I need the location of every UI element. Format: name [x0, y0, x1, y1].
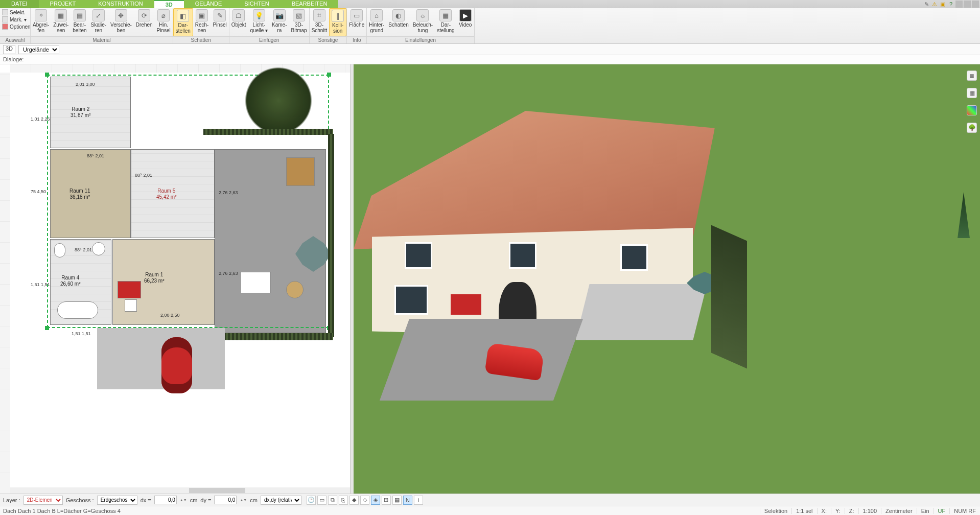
3d-view[interactable]: ≣ ▦ 🌳 [354, 64, 980, 494]
pencil-icon[interactable]: ✎ [923, 1, 930, 8]
zuweisen-button[interactable]: ▦Zuwei- sen [51, 8, 71, 36]
floor-plan[interactable]: 1,01 2,26 75 4,50 1,51 1,51 Raum 231,87 … [10, 73, 346, 489]
snap4-icon[interactable]: ⊞ [382, 496, 391, 505]
clock-icon[interactable]: 🕒 [307, 496, 316, 505]
armchair-icon[interactable]: ▦ [967, 88, 977, 98]
n-toggle[interactable]: N [403, 496, 412, 505]
plan-scrollbar-h[interactable] [10, 487, 350, 494]
info-icon[interactable]: i [414, 496, 423, 505]
video-button[interactable]: ▶Video [457, 8, 474, 36]
plan-view[interactable]: 1,01 2,26 75 4,50 1,51 1,51 Raum 231,87 … [0, 64, 351, 494]
tab-projekt[interactable]: PROJEKT [39, 0, 87, 8]
ruler-vertical [0, 73, 10, 494]
handle-bl[interactable] [45, 326, 49, 330]
drehen-button[interactable]: ⟳Drehen [134, 8, 155, 36]
3d-scene[interactable] [354, 64, 980, 494]
darstellung-button[interactable]: ▦Dar- stellung [435, 8, 456, 36]
folder-icon[interactable]: ▣ [939, 1, 946, 8]
cm2: cm [250, 497, 258, 503]
minimize-button[interactable] [955, 1, 963, 8]
tab-bearbeiten[interactable]: BEARBEITEN [281, 0, 339, 8]
schnitt-button[interactable]: ⌗3D- Schnitt [310, 8, 330, 36]
group-icon[interactable]: ⧉ [328, 496, 337, 505]
close-button[interactable] [972, 1, 979, 8]
lichtquelle-button[interactable]: 💡Licht- quelle ▾ [248, 8, 270, 36]
kollision-button[interactable]: ‖Kolli- sion [329, 8, 346, 36]
skalieren-button[interactable]: ⤢Skalie- ren [89, 8, 109, 36]
handle-tl[interactable] [45, 73, 49, 77]
assign-icon: ▦ [55, 9, 67, 21]
objekt-button[interactable]: ☖Objekt [229, 8, 248, 36]
ribbon: Selekt. Mark. ▾ Optionen Auswahl ⌖Abgrei… [0, 8, 980, 44]
abgreifen-button[interactable]: ⌖Abgrei- fen [31, 8, 51, 36]
kamera-button[interactable]: 📷Kame- ra [270, 8, 289, 36]
geschoss-select[interactable]: Erdgeschos [97, 496, 137, 505]
main-split: 1,01 2,26 75 4,50 1,51 1,51 Raum 231,87 … [0, 64, 980, 494]
tab-gelaende[interactable]: GELÄNDE [184, 0, 234, 8]
plan-scroll-thumb[interactable] [189, 488, 245, 493]
tab-konstruktion[interactable]: KONSTRUKTION [87, 0, 154, 8]
coord-mode-select[interactable]: dx,dy (relativ ka [261, 496, 301, 505]
auswahl-group-buttons: Selekt. Mark. ▾ Optionen [0, 8, 33, 36]
window-controls: ✎ ⚠ ▣ ? [923, 0, 980, 8]
rechnen-button[interactable]: ▣Rech- nen [193, 8, 211, 36]
maximize-button[interactable] [964, 1, 971, 8]
layer-select[interactable]: 2D-Elemen [24, 496, 63, 505]
status-scale2: 1:100 [858, 508, 881, 514]
darstellen-button[interactable]: ◧Dar- stellen [173, 8, 193, 36]
beleuchtung-button[interactable]: ☼Beleuch- tung [411, 8, 435, 36]
group-label-einfuegen: Einfügen [229, 36, 309, 43]
view-mode[interactable]: 3D [3, 45, 15, 54]
copy-icon[interactable]: ⎘ [339, 496, 348, 505]
hinpinsel-button[interactable]: ⌀Hin. Pinsel [155, 8, 173, 36]
mark-button[interactable]: Mark. ▾ [2, 16, 31, 22]
snap2-icon[interactable]: ◇ [360, 496, 369, 505]
group-label-material: Material [31, 36, 173, 43]
bottom-bar: Layer : 2D-Elemen Geschoss : Erdgeschos … [0, 494, 980, 506]
window-u1 [405, 242, 432, 269]
palette-icon[interactable] [967, 105, 977, 115]
status-unit: Zentimeter [881, 508, 917, 514]
hedge-right [328, 134, 334, 337]
brush-icon: ⌀ [157, 9, 170, 21]
layers-icon[interactable]: ≣ [967, 71, 977, 81]
tab-datei[interactable]: DATEI [0, 0, 39, 8]
tab-3d[interactable]: 3D [154, 0, 184, 8]
dy-spinner[interactable]: ▲▼ [240, 498, 247, 502]
bitmap-button[interactable]: ▧3D- Bitmap [289, 8, 309, 36]
help-icon[interactable]: ? [947, 1, 954, 8]
screen-icon[interactable]: ▭ [317, 496, 326, 505]
hintergrund-button[interactable]: ⌂Hinter- grund [367, 8, 386, 36]
tree-tool-icon[interactable]: 🌳 [967, 123, 977, 133]
pinsel-button[interactable]: ✎Pinsel [211, 8, 228, 36]
geschoss-label: Geschoss : [66, 497, 94, 503]
dx-label: dx = [141, 497, 151, 503]
chair-icon: ☖ [232, 9, 245, 21]
snap1-icon[interactable]: ◆ [349, 496, 359, 505]
verschieben-button[interactable]: ✥Verschie- ben [108, 8, 134, 36]
bearbeiten-button[interactable]: ▤Bear- beiten [71, 8, 88, 36]
terrain-layer-select[interactable]: Urgelände [18, 45, 59, 54]
warning-icon[interactable]: ⚠ [931, 1, 938, 8]
flaeche-button[interactable]: ▭Fläche [347, 8, 366, 36]
tab-sichten[interactable]: SICHTEN [233, 0, 280, 8]
conifer-icon [958, 192, 970, 238]
snap-icons: 🕒 ▭ ⧉ ⎘ ◆ ◇ ◈ ⊞ ▦ N i [307, 496, 423, 505]
group-label-schatten: Schatten [173, 36, 229, 43]
grid-icon[interactable]: ▦ [392, 496, 402, 505]
schatten2-button[interactable]: ◐Schatten [386, 8, 410, 36]
dx-input[interactable] [154, 496, 177, 504]
handle-tr[interactable] [327, 73, 331, 77]
dim-left-2: 75 4,50 [31, 189, 46, 195]
collision-icon: ‖ [332, 10, 344, 22]
group-label-auswahl: Auswahl [0, 36, 30, 43]
play-icon: ▶ [459, 9, 472, 21]
optionen-button[interactable]: Optionen [2, 24, 31, 30]
dy-input[interactable] [214, 496, 237, 504]
snap3-icon[interactable]: ◈ [371, 496, 380, 505]
sofa-3d [451, 294, 481, 315]
selekt-button[interactable]: Selekt. [2, 9, 31, 15]
status-scale1: 1:1 sel [791, 508, 816, 514]
marker-icon [2, 16, 8, 22]
dx-spinner[interactable]: ▲▼ [180, 498, 187, 502]
